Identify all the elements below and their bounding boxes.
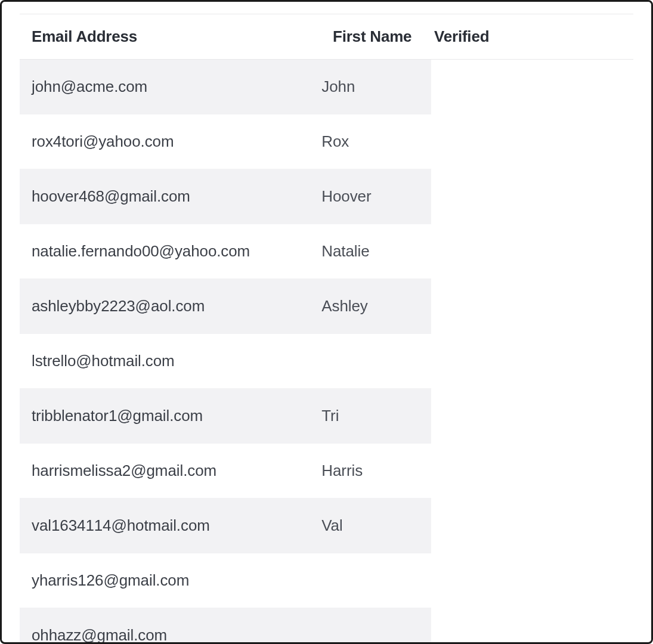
table-row[interactable]: natalie.fernando00@yahoo.com Natalie	[20, 224, 431, 279]
table-row[interactable]: tribblenator1@gmail.com Tri	[20, 389, 431, 444]
table-row[interactable]: lstrello@hotmail.com	[20, 334, 431, 389]
table-row[interactable]: hoover468@gmail.com Hoover	[20, 169, 431, 224]
cell-first-name: Hoover	[321, 187, 419, 206]
table-header-row: Email Address First Name Verified	[20, 14, 633, 60]
cell-email: val1634114@hotmail.com	[32, 516, 321, 535]
table-row[interactable]: rox4tori@yahoo.com Rox	[20, 114, 431, 169]
cell-email: hoover468@gmail.com	[32, 187, 321, 206]
cell-email: yharris126@gmail.com	[32, 571, 321, 590]
cell-first-name: Rox	[321, 132, 419, 151]
column-header-verified[interactable]: Verified	[434, 27, 489, 46]
cell-first-name: Tri	[321, 407, 419, 425]
table-row[interactable]: yharris126@gmail.com	[20, 553, 431, 608]
cell-email: ohhazz@gmail.com	[32, 626, 321, 644]
cell-email: ashleybby2223@aol.com	[32, 297, 321, 315]
cell-email: john@acme.com	[32, 78, 321, 96]
table-row[interactable]: ohhazz@gmail.com	[20, 608, 431, 644]
cell-email: harrismelissa2@gmail.com	[32, 462, 321, 480]
cell-first-name: Ashley	[321, 297, 419, 315]
cell-email: natalie.fernando00@yahoo.com	[32, 242, 321, 261]
table-row[interactable]: john@acme.com John	[20, 60, 431, 114]
cell-email: rox4tori@yahoo.com	[32, 132, 321, 151]
column-header-email[interactable]: Email Address	[32, 27, 333, 46]
cell-first-name: Natalie	[321, 242, 419, 261]
table-row[interactable]: val1634114@hotmail.com Val	[20, 499, 431, 553]
column-header-first-name[interactable]: First Name	[333, 27, 434, 46]
contacts-table: Email Address First Name Verified john@a…	[20, 14, 633, 644]
cell-first-name: Val	[321, 516, 419, 535]
table-row[interactable]: harrismelissa2@gmail.com Harris	[20, 444, 431, 499]
cell-first-name: Harris	[321, 462, 419, 480]
cell-email: lstrello@hotmail.com	[32, 352, 321, 370]
table-row[interactable]: ashleybby2223@aol.com Ashley	[20, 279, 431, 334]
cell-first-name: John	[321, 78, 419, 96]
cell-email: tribblenator1@gmail.com	[32, 407, 321, 425]
